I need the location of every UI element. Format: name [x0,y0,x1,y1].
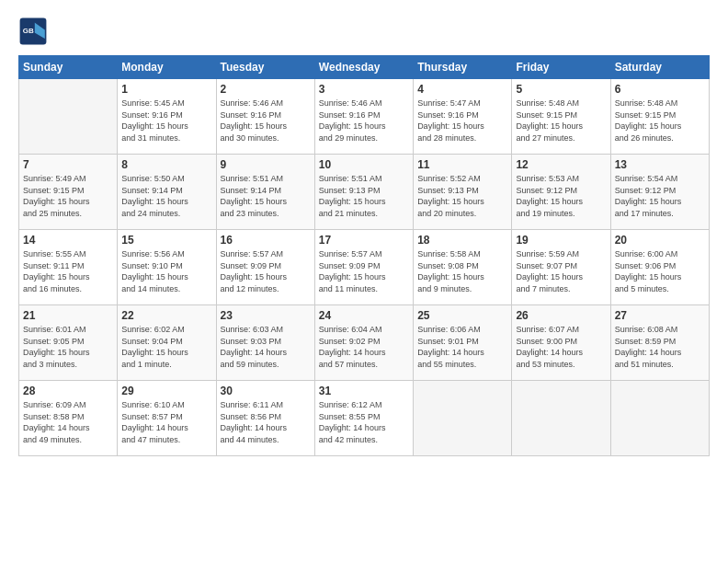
day-info: Sunrise: 6:03 AM Sunset: 9:03 PM Dayligh… [221,324,311,370]
day-info: Sunrise: 6:07 AM Sunset: 9:00 PM Dayligh… [516,324,606,370]
calendar-cell: 30Sunrise: 6:11 AM Sunset: 8:56 PM Dayli… [216,381,314,456]
day-info: Sunrise: 6:09 AM Sunset: 8:58 PM Dayligh… [23,399,113,445]
day-info: Sunrise: 5:46 AM Sunset: 9:16 PM Dayligh… [319,98,409,144]
day-info: Sunrise: 5:51 AM Sunset: 9:14 PM Dayligh… [221,173,311,219]
day-info: Sunrise: 6:08 AM Sunset: 8:59 PM Dayligh… [615,324,705,370]
day-number: 22 [121,309,211,322]
calendar-cell: 6Sunrise: 5:48 AM Sunset: 9:15 PM Daylig… [610,79,709,155]
day-info: Sunrise: 6:04 AM Sunset: 9:02 PM Dayligh… [319,324,409,370]
day-number: 26 [516,309,606,322]
day-info: Sunrise: 5:55 AM Sunset: 9:11 PM Dayligh… [23,248,113,294]
day-number: 23 [221,309,311,322]
calendar-week-4: 28Sunrise: 6:09 AM Sunset: 8:58 PM Dayli… [19,381,710,456]
day-number: 27 [615,309,705,322]
logo-icon: GB [18,17,48,46]
day-info: Sunrise: 6:00 AM Sunset: 9:06 PM Dayligh… [615,248,705,294]
calendar-cell: 23Sunrise: 6:03 AM Sunset: 9:03 PM Dayli… [216,305,314,381]
day-number: 18 [417,234,507,247]
calendar-cell: 5Sunrise: 5:48 AM Sunset: 9:15 PM Daylig… [512,79,610,155]
day-info: Sunrise: 5:45 AM Sunset: 9:16 PM Dayligh… [121,98,211,144]
day-info: Sunrise: 5:50 AM Sunset: 9:14 PM Dayligh… [121,173,211,219]
calendar-cell: 18Sunrise: 5:58 AM Sunset: 9:08 PM Dayli… [414,230,512,305]
calendar-body: 1Sunrise: 5:45 AM Sunset: 9:16 PM Daylig… [19,79,710,456]
day-number: 10 [319,158,409,171]
weekday-header-saturday: Saturday [610,56,709,79]
calendar-week-3: 21Sunrise: 6:01 AM Sunset: 9:05 PM Dayli… [19,305,710,381]
day-info: Sunrise: 5:49 AM Sunset: 9:15 PM Dayligh… [23,173,113,219]
day-number: 9 [221,158,311,171]
day-info: Sunrise: 5:57 AM Sunset: 9:09 PM Dayligh… [319,248,409,294]
day-number: 13 [615,158,705,171]
calendar-cell: 14Sunrise: 5:55 AM Sunset: 9:11 PM Dayli… [19,230,118,305]
day-number: 7 [23,158,113,171]
calendar-cell: 16Sunrise: 5:57 AM Sunset: 9:09 PM Dayli… [216,230,314,305]
calendar-cell: 15Sunrise: 5:56 AM Sunset: 9:10 PM Dayli… [118,230,216,305]
calendar-cell [19,79,118,155]
weekday-header-thursday: Thursday [414,56,512,79]
calendar-cell: 1Sunrise: 5:45 AM Sunset: 9:16 PM Daylig… [118,79,216,155]
day-number: 19 [516,234,606,247]
page: GB SundayMondayTuesdayWednesdayThursdayF… [0,0,728,467]
calendar-cell: 22Sunrise: 6:02 AM Sunset: 9:04 PM Dayli… [118,305,216,381]
day-info: Sunrise: 5:59 AM Sunset: 9:07 PM Dayligh… [516,248,606,294]
day-number: 5 [516,83,606,96]
day-number: 15 [121,234,211,247]
header: GB [18,17,710,46]
calendar-cell: 24Sunrise: 6:04 AM Sunset: 9:02 PM Dayli… [314,305,413,381]
calendar-week-2: 14Sunrise: 5:55 AM Sunset: 9:11 PM Dayli… [19,230,710,305]
day-info: Sunrise: 5:47 AM Sunset: 9:16 PM Dayligh… [417,98,507,144]
day-number: 1 [121,83,211,96]
calendar-cell: 11Sunrise: 5:52 AM Sunset: 9:13 PM Dayli… [414,155,512,230]
calendar-header-row: SundayMondayTuesdayWednesdayThursdayFrid… [19,56,710,79]
day-info: Sunrise: 6:02 AM Sunset: 9:04 PM Dayligh… [121,324,211,370]
calendar-cell: 29Sunrise: 6:10 AM Sunset: 8:57 PM Dayli… [118,381,216,456]
day-number: 3 [319,83,409,96]
day-number: 21 [23,309,113,322]
calendar-week-0: 1Sunrise: 5:45 AM Sunset: 9:16 PM Daylig… [19,79,710,155]
day-info: Sunrise: 5:48 AM Sunset: 9:15 PM Dayligh… [516,98,606,144]
day-info: Sunrise: 5:52 AM Sunset: 9:13 PM Dayligh… [417,173,507,219]
calendar-cell: 2Sunrise: 5:46 AM Sunset: 9:16 PM Daylig… [216,79,314,155]
svg-text:GB: GB [23,27,34,35]
calendar-cell: 12Sunrise: 5:53 AM Sunset: 9:12 PM Dayli… [512,155,610,230]
day-info: Sunrise: 5:56 AM Sunset: 9:10 PM Dayligh… [121,248,211,294]
weekday-header-tuesday: Tuesday [216,56,314,79]
day-number: 14 [23,234,113,247]
day-info: Sunrise: 5:54 AM Sunset: 9:12 PM Dayligh… [615,173,705,219]
day-info: Sunrise: 5:57 AM Sunset: 9:09 PM Dayligh… [221,248,311,294]
calendar-cell: 27Sunrise: 6:08 AM Sunset: 8:59 PM Dayli… [610,305,709,381]
calendar-cell: 13Sunrise: 5:54 AM Sunset: 9:12 PM Dayli… [610,155,709,230]
day-number: 24 [319,309,409,322]
calendar-cell: 4Sunrise: 5:47 AM Sunset: 9:16 PM Daylig… [414,79,512,155]
weekday-header-friday: Friday [512,56,610,79]
day-number: 30 [221,385,311,397]
day-number: 16 [221,234,311,247]
calendar-cell: 26Sunrise: 6:07 AM Sunset: 9:00 PM Dayli… [512,305,610,381]
calendar-cell: 28Sunrise: 6:09 AM Sunset: 8:58 PM Dayli… [19,381,118,456]
calendar-cell: 7Sunrise: 5:49 AM Sunset: 9:15 PM Daylig… [19,155,118,230]
day-info: Sunrise: 6:01 AM Sunset: 9:05 PM Dayligh… [23,324,113,370]
calendar-cell: 17Sunrise: 5:57 AM Sunset: 9:09 PM Dayli… [314,230,413,305]
day-info: Sunrise: 5:53 AM Sunset: 9:12 PM Dayligh… [516,173,606,219]
day-number: 25 [417,309,507,322]
day-info: Sunrise: 5:48 AM Sunset: 9:15 PM Dayligh… [615,98,705,144]
logo: GB [18,17,50,46]
calendar-cell: 21Sunrise: 6:01 AM Sunset: 9:05 PM Dayli… [19,305,118,381]
weekday-header-sunday: Sunday [19,56,118,79]
calendar-cell: 31Sunrise: 6:12 AM Sunset: 8:55 PM Dayli… [314,381,413,456]
day-number: 29 [121,385,211,397]
day-number: 28 [23,385,113,397]
calendar-cell: 25Sunrise: 6:06 AM Sunset: 9:01 PM Dayli… [414,305,512,381]
day-info: Sunrise: 5:46 AM Sunset: 9:16 PM Dayligh… [221,98,311,144]
day-number: 20 [615,234,705,247]
day-info: Sunrise: 6:10 AM Sunset: 8:57 PM Dayligh… [121,399,211,445]
calendar-cell [610,381,709,456]
calendar-cell: 9Sunrise: 5:51 AM Sunset: 9:14 PM Daylig… [216,155,314,230]
calendar-table: SundayMondayTuesdayWednesdayThursdayFrid… [18,55,710,456]
calendar-cell: 19Sunrise: 5:59 AM Sunset: 9:07 PM Dayli… [512,230,610,305]
day-number: 4 [417,83,507,96]
calendar-cell [414,381,512,456]
weekday-header-wednesday: Wednesday [314,56,413,79]
weekday-header-monday: Monday [118,56,216,79]
day-info: Sunrise: 6:12 AM Sunset: 8:55 PM Dayligh… [319,399,409,445]
